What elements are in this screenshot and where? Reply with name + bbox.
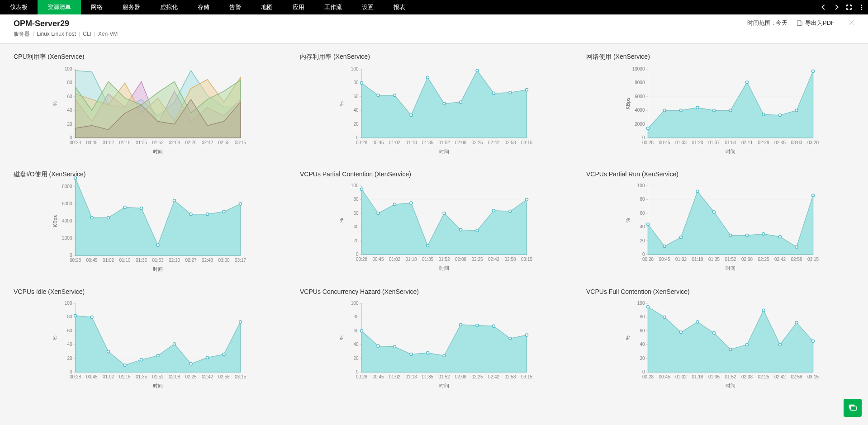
svg-text:00:45: 00:45 [372, 257, 384, 262]
svg-text:02:42: 02:42 [202, 374, 213, 379]
more-menu-icon[interactable] [855, 0, 868, 14]
nav-item-0[interactable]: 仪表板 [0, 0, 38, 14]
nav-next-button[interactable] [830, 0, 843, 14]
svg-text:03:17: 03:17 [235, 258, 246, 263]
svg-text:01:02: 01:02 [675, 374, 687, 379]
svg-point-162 [223, 210, 225, 213]
svg-text:4000: 4000 [635, 108, 645, 113]
svg-text:8000: 8000 [62, 184, 72, 189]
svg-point-376 [696, 321, 699, 323]
svg-point-113 [663, 109, 666, 112]
svg-text:时间: 时间 [153, 266, 163, 272]
export-pdf-button[interactable]: 导出为PDF [797, 19, 835, 27]
svg-point-331 [394, 345, 396, 348]
svg-point-286 [90, 316, 93, 318]
chart-title: VCPUs Full Contention (XenService) [586, 288, 854, 295]
svg-text:时间: 时间 [726, 265, 735, 271]
close-button[interactable] [848, 19, 854, 27]
svg-point-251 [812, 194, 815, 197]
svg-point-285 [74, 314, 77, 317]
svg-text:时间: 时间 [439, 265, 449, 271]
nav-item-9[interactable]: 工作流 [314, 0, 352, 14]
svg-rect-3 [797, 21, 801, 26]
svg-point-287 [107, 350, 110, 353]
nav-prev-button[interactable] [817, 0, 830, 14]
nav-item-8[interactable]: 应用 [283, 0, 314, 14]
svg-text:80: 80 [640, 197, 645, 202]
page-header: OPM-Server29 服务器|Linux Linux host|CLI|Xe… [0, 14, 868, 44]
svg-point-71 [410, 114, 413, 117]
time-range-selector[interactable]: 时间范围 : 今天 [747, 19, 787, 27]
svg-text:40: 40 [353, 108, 359, 113]
svg-point-333 [427, 351, 429, 354]
svg-point-241 [647, 223, 650, 226]
svg-point-160 [190, 213, 192, 216]
svg-text:03:15: 03:15 [521, 257, 532, 262]
svg-text:01:18: 01:18 [119, 374, 130, 379]
svg-text:02:08: 02:08 [455, 140, 466, 145]
nav-item-11[interactable]: 报表 [384, 0, 415, 14]
chart-title: VCPUs Idle (XenService) [14, 288, 282, 295]
svg-text:80: 80 [353, 197, 359, 202]
svg-text:01:35: 01:35 [708, 374, 720, 379]
svg-text:时间: 时间 [439, 149, 449, 154]
nav-item-7[interactable]: 地图 [251, 0, 283, 14]
svg-point-381 [779, 343, 782, 346]
svg-point-78 [526, 89, 528, 91]
svg-text:02:08: 02:08 [741, 257, 753, 262]
svg-text:0: 0 [356, 369, 359, 374]
svg-point-383 [812, 340, 815, 343]
svg-text:02:58: 02:58 [504, 374, 516, 379]
crumb[interactable]: Xen-VM [98, 31, 118, 37]
svg-text:02:25: 02:25 [471, 140, 483, 145]
crumb[interactable]: 服务器 [14, 31, 30, 37]
nav-item-3[interactable]: 服务器 [113, 0, 150, 14]
breadcrumb: 服务器|Linux Linux host|CLI|Xen-VM [14, 30, 747, 38]
svg-text:100: 100 [351, 183, 359, 188]
svg-text:02:42: 02:42 [488, 374, 499, 379]
svg-point-243 [680, 236, 683, 239]
svg-text:01:35: 01:35 [422, 140, 433, 145]
nav-item-4[interactable]: 虚拟化 [150, 0, 188, 14]
svg-point-203 [460, 228, 462, 231]
nav-item-5[interactable]: 存储 [188, 0, 219, 14]
svg-text:20: 20 [353, 122, 359, 127]
svg-text:100: 100 [351, 301, 359, 306]
svg-point-244 [696, 190, 699, 193]
svg-text:60: 60 [67, 328, 72, 333]
crumb[interactable]: Linux Linux host [37, 31, 76, 37]
nav-item-1[interactable]: 资源清单 [38, 0, 81, 14]
svg-text:KBps: KBps [52, 215, 58, 227]
chart-7: VCPUs Concurrency Hazard (XenService)020… [300, 288, 568, 391]
crumb[interactable]: CLI [83, 31, 91, 37]
svg-text:0: 0 [70, 369, 72, 374]
svg-point-288 [123, 364, 126, 367]
svg-text:60: 60 [67, 94, 72, 99]
svg-point-290 [157, 354, 159, 357]
svg-text:时间: 时间 [726, 149, 735, 154]
svg-text:00:28: 00:28 [642, 374, 654, 379]
chat-fab[interactable] [844, 399, 862, 400]
svg-text:02:58: 02:58 [218, 140, 229, 145]
svg-text:80: 80 [353, 80, 359, 85]
svg-text:80: 80 [353, 314, 359, 319]
svg-point-374 [663, 316, 666, 318]
svg-text:02:25: 02:25 [471, 374, 483, 379]
svg-text:01:52: 01:52 [725, 374, 736, 379]
svg-text:100: 100 [351, 66, 359, 71]
chart-6: VCPUs Idle (XenService)02040608010000:28… [14, 288, 282, 391]
collapse-icon[interactable] [843, 0, 855, 14]
svg-text:20: 20 [353, 238, 359, 243]
svg-text:02:42: 02:42 [774, 257, 786, 262]
svg-text:03:00: 03:00 [218, 258, 229, 263]
svg-text:100: 100 [65, 66, 72, 71]
chart-5: VCPUs Partial Run (XenService)0204060801… [586, 170, 854, 274]
svg-text:8000: 8000 [635, 80, 645, 85]
svg-point-248 [762, 232, 765, 235]
nav-item-6[interactable]: 告警 [219, 0, 251, 14]
svg-text:20: 20 [67, 356, 72, 361]
nav-item-2[interactable]: 网络 [81, 0, 113, 14]
nav-item-10[interactable]: 设置 [352, 0, 384, 14]
svg-text:02:08: 02:08 [169, 374, 180, 379]
svg-text:03:15: 03:15 [807, 374, 819, 379]
